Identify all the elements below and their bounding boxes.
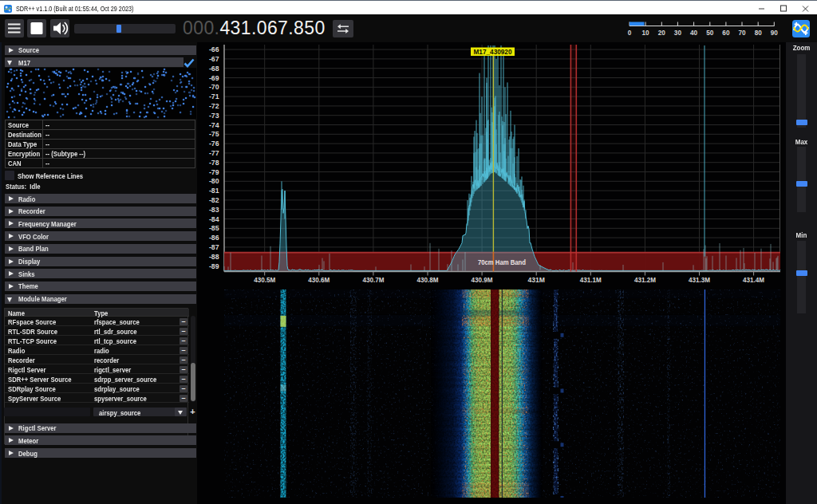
svg-text:-86: -86 bbox=[209, 234, 219, 242]
svg-text:431.3M: 431.3M bbox=[689, 276, 710, 284]
svg-text:431M: 431M bbox=[527, 276, 545, 284]
svg-text:430.6M: 430.6M bbox=[308, 276, 330, 284]
svg-text:-82: -82 bbox=[209, 196, 219, 204]
svg-text:430.8M: 430.8M bbox=[417, 276, 439, 284]
svg-text:-70: -70 bbox=[209, 83, 219, 91]
svg-text:-78: -78 bbox=[209, 159, 219, 167]
svg-text:-74: -74 bbox=[209, 121, 219, 129]
svg-text:-67: -67 bbox=[209, 55, 219, 63]
svg-text:-73: -73 bbox=[209, 112, 219, 120]
svg-text:-81: -81 bbox=[209, 187, 219, 195]
svg-text:-76: -76 bbox=[209, 140, 219, 148]
svg-text:-80: -80 bbox=[209, 177, 219, 185]
svg-text:431.2M: 431.2M bbox=[634, 276, 656, 284]
svg-text:-83: -83 bbox=[209, 206, 219, 214]
svg-text:430.5M: 430.5M bbox=[254, 276, 275, 284]
svg-text:M17_430920: M17_430920 bbox=[474, 48, 512, 56]
svg-text:-87: -87 bbox=[209, 243, 219, 251]
svg-text:-66: -66 bbox=[209, 45, 219, 53]
svg-text:431.1M: 431.1M bbox=[580, 276, 602, 284]
svg-text:-89: -89 bbox=[209, 262, 219, 270]
svg-text:-79: -79 bbox=[209, 168, 219, 176]
svg-text:70cm Ham Band: 70cm Ham Band bbox=[478, 258, 526, 266]
svg-text:-72: -72 bbox=[209, 102, 219, 110]
svg-text:-84: -84 bbox=[209, 215, 219, 223]
svg-text:-85: -85 bbox=[209, 224, 219, 232]
svg-text:430.7M: 430.7M bbox=[362, 276, 384, 284]
svg-text:-68: -68 bbox=[209, 65, 219, 73]
svg-text:431.4M: 431.4M bbox=[743, 276, 764, 284]
svg-text:-71: -71 bbox=[209, 93, 219, 100]
svg-text:-75: -75 bbox=[209, 130, 219, 138]
svg-text:-88: -88 bbox=[209, 253, 219, 261]
svg-text:430.9M: 430.9M bbox=[472, 276, 493, 284]
svg-text:-69: -69 bbox=[209, 74, 219, 82]
svg-text:-77: -77 bbox=[209, 149, 219, 157]
